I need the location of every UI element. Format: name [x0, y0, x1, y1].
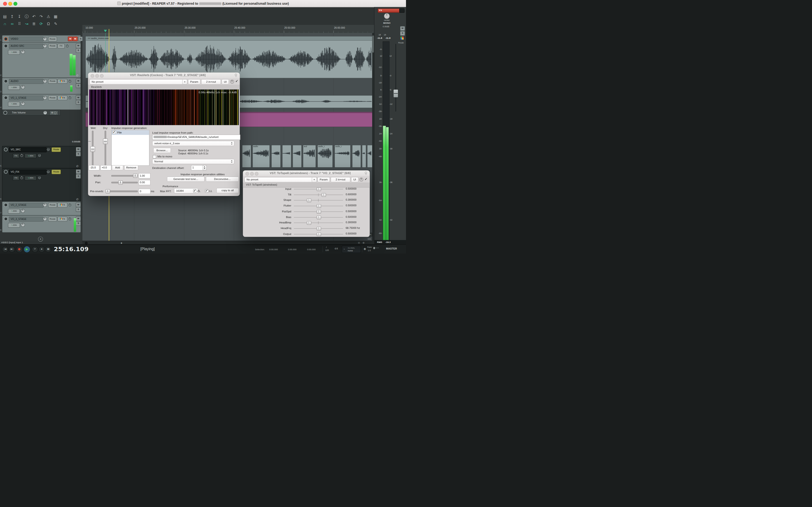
snap-icon[interactable]: ∩	[2, 21, 8, 27]
mute-button[interactable]: M	[76, 147, 81, 152]
track-panel-row[interactable]: VO_FIX Route FX ∿trim M S∅	[2, 168, 81, 201]
preset-save-button[interactable]: +	[312, 177, 317, 182]
phase-icon[interactable]: ∅	[76, 74, 78, 77]
audio-item-small[interactable]: audio	[252, 145, 270, 168]
pan-knob[interactable]	[43, 217, 47, 221]
preset-dropdown[interactable]: No preset	[90, 79, 188, 84]
master-mute-button[interactable]: M	[400, 26, 405, 31]
record-arm-button[interactable]	[4, 37, 8, 41]
mode-dropdown[interactable]: Normal	[152, 159, 234, 164]
enabled-checkmark[interactable]: ✓	[365, 177, 367, 181]
minimize-icon[interactable]	[250, 172, 254, 175]
go-to-end-button[interactable]: ▶|	[9, 246, 15, 252]
mono-button[interactable]: MONO	[374, 22, 399, 24]
track-panel-row[interactable]: AUDIO Route FX ∿trim M S	[2, 78, 81, 95]
master-fx-bypass-box[interactable]	[399, 8, 404, 13]
selection-start[interactable]: 0:00.000	[269, 248, 278, 251]
rate-value[interactable]: 1.0	[368, 249, 371, 251]
envelope-value-knob[interactable]	[43, 111, 47, 115]
wet-db-field[interactable]: -15.0	[89, 165, 99, 170]
fx-bypass-icon[interactable]	[20, 154, 23, 157]
grid-icon[interactable]: ⠿	[16, 21, 23, 27]
audio-item-small[interactable]	[362, 145, 366, 168]
reaverb-titlebar[interactable]: VST: ReaVerb (Cockos) - Track 7 "VO_2_ST…	[88, 73, 240, 79]
rate-reset-icon[interactable]: ◉	[363, 247, 366, 250]
param-button[interactable]: Param	[188, 79, 200, 84]
param-slider-handle[interactable]	[316, 210, 321, 214]
solo-button[interactable]: S	[76, 83, 81, 88]
prereverb-field[interactable]: 0	[138, 189, 151, 194]
preset-dropdown[interactable]: No preset	[244, 177, 317, 182]
trim-button[interactable]: ∿trim	[8, 50, 20, 55]
audio-item-small[interactable]	[352, 145, 361, 168]
ui-button[interactable]: UI	[222, 79, 229, 84]
zoom-icon[interactable]	[255, 172, 258, 175]
loop-icon[interactable]: ⟳	[38, 21, 45, 27]
wet-knob[interactable]	[359, 178, 363, 182]
pencil-icon[interactable]: ✎	[52, 21, 59, 27]
track-name[interactable]: VIDEO	[9, 37, 44, 41]
audio-item-mono[interactable]: << audio_mono.wav	[85, 36, 372, 78]
impulse-file-dropdown[interactable]: velvet-noise-ir_3.wav	[152, 141, 234, 146]
route-button[interactable]: Route	[48, 37, 57, 41]
route-button[interactable]: Route	[48, 217, 57, 221]
pin-icon[interactable]	[364, 172, 367, 175]
tempo-value[interactable]: 120	[325, 249, 329, 251]
phase-icon[interactable]: ∅	[76, 198, 78, 201]
track-panel-row[interactable]: VO_3_STAGE Route FX ∿trim M S	[2, 215, 81, 233]
peak-readout-r[interactable]: -11.8	[385, 37, 391, 39]
track-name[interactable]: AUDIO	[9, 79, 44, 84]
mute-button-2[interactable]: M	[73, 37, 78, 41]
audio-item-small[interactable]: audio_r	[335, 145, 351, 168]
phase-icon[interactable]: ∅	[76, 165, 78, 168]
route-button[interactable]: Route	[48, 96, 57, 100]
reaverb-window[interactable]: VST: ReaVerb (Cockos) - Track 7 "VO_2_ST…	[88, 73, 240, 196]
open-project-icon[interactable]: ↥	[9, 13, 15, 19]
mute-button[interactable]: M	[76, 95, 81, 100]
track-name[interactable]: VO_2_STAGE	[9, 203, 44, 208]
project-settings-icon[interactable]: ⓘ	[23, 13, 30, 19]
trim-knob[interactable]	[21, 209, 25, 213]
pan-knob[interactable]	[46, 170, 50, 174]
fx-bypass-icon[interactable]	[69, 218, 71, 220]
add-button[interactable]: Add	[112, 165, 123, 170]
fx-bypass-icon[interactable]	[69, 97, 71, 99]
crossfade-icon[interactable]: ≣	[31, 21, 37, 27]
audio-item-small[interactable]	[271, 145, 281, 168]
fx-button[interactable]: FX	[58, 203, 67, 208]
redo-icon[interactable]: ↷	[38, 13, 45, 19]
impulse-file-row[interactable]: File	[112, 130, 149, 135]
dest-offset-field[interactable]: 1	[191, 165, 204, 170]
trim-button[interactable]: ∿trim	[8, 102, 20, 106]
dest-offset-stepper[interactable]	[203, 165, 207, 170]
zoom-window-button[interactable]	[13, 2, 17, 6]
trim-knob[interactable]	[21, 85, 25, 89]
master-route-button[interactable]: Route	[398, 42, 404, 44]
pause-button[interactable]: ▮▮	[45, 246, 51, 252]
pan-knob[interactable]	[43, 37, 47, 41]
route-button[interactable]: Route	[48, 79, 57, 83]
close-icon[interactable]	[91, 74, 94, 77]
toolbar-dock-icon[interactable]: ▦	[52, 13, 59, 19]
vertical-scrollbar[interactable]	[372, 33, 374, 241]
scroll-center-marker[interactable]: ◆	[121, 242, 122, 244]
width-slider-handle[interactable]	[133, 174, 137, 178]
master-pan-knob[interactable]	[384, 13, 390, 19]
close-icon[interactable]	[245, 172, 249, 175]
trim-knob[interactable]	[38, 176, 42, 180]
timeline-ruler[interactable]: 10.000 25:20.000 25:30.000 25:40.000 25:…	[82, 25, 374, 33]
mute-button[interactable]: M	[76, 216, 81, 221]
master-fx-button[interactable]: FX	[378, 8, 400, 13]
pan-knob[interactable]	[43, 79, 47, 83]
ll-checkbox[interactable]	[205, 189, 209, 193]
route-button[interactable]: Route	[51, 170, 61, 174]
param-slider-handle[interactable]	[316, 187, 321, 191]
param-slider-handle[interactable]	[307, 199, 311, 202]
rate-slider-handle[interactable]	[373, 247, 375, 249]
browse-button[interactable]: Browse...	[153, 148, 171, 153]
envelope-settings-button[interactable]: ⚙ ◯	[49, 111, 58, 115]
solo-button[interactable]: S	[76, 207, 81, 212]
track-panel-row[interactable]: VIDEO Route M M S	[2, 35, 81, 43]
pin-icon[interactable]	[234, 74, 237, 77]
close-window-button[interactable]	[3, 2, 7, 6]
